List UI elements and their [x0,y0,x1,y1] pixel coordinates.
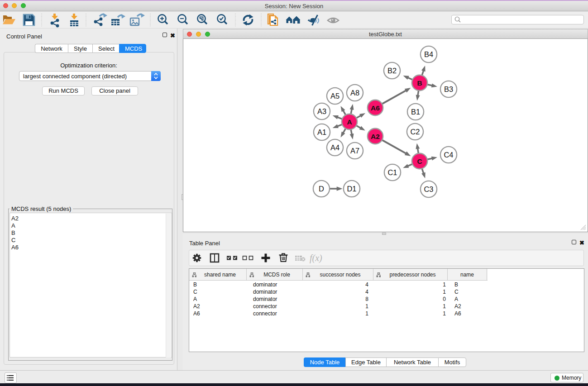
svg-text:B2: B2 [387,67,397,75]
svg-text:C2: C2 [410,128,420,136]
svg-text:A5: A5 [330,92,339,100]
svg-text:C3: C3 [424,185,433,193]
svg-text:B1: B1 [411,108,420,116]
svg-text:B3: B3 [444,85,453,93]
svg-text:A: A [347,118,352,126]
svg-text:B: B [417,79,422,87]
svg-text:A8: A8 [350,89,359,97]
svg-text:A6: A6 [371,104,380,112]
svg-text:C4: C4 [444,151,453,159]
svg-text:A7: A7 [350,147,359,155]
svg-text:D: D [319,185,324,193]
svg-text:A4: A4 [330,143,339,152]
svg-text:f(x): f(x) [310,253,322,263]
svg-text:A1: A1 [317,128,326,136]
svg-text:A2: A2 [371,133,380,140]
svg-text:C: C [417,157,422,165]
svg-text:A3: A3 [317,107,326,115]
svg-text:D1: D1 [347,185,356,193]
svg-text:B4: B4 [424,50,433,58]
svg-text:C1: C1 [387,168,397,176]
